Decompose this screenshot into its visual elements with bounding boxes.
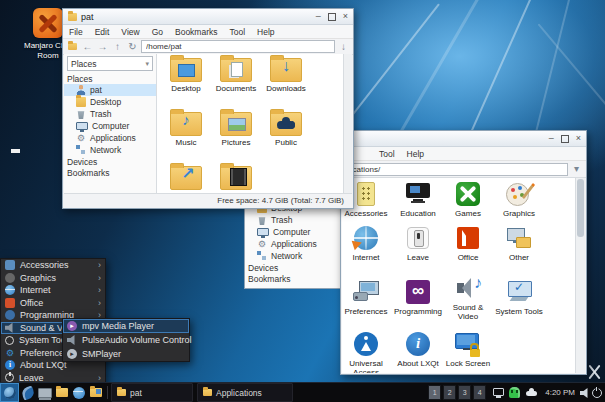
app-icon-programming[interactable]: ∞Programming [392,278,444,317]
window1-scrollbar[interactable] [343,54,352,194]
app-icon-sound-video[interactable]: ♪Sound & Video [442,274,494,322]
tray-network-display-icon[interactable] [492,386,505,399]
maximize-button[interactable] [328,13,336,21]
background-window-sidebar: Desktop Trash Computer ⚙Applications Net… [244,200,347,289]
sidebar-item-desktop[interactable]: Desktop [64,96,156,108]
address-bar[interactable] [344,163,568,176]
sidebar-item-network[interactable]: Network [64,144,156,156]
submenu-arrow-icon: › [98,260,101,270]
file-icon-videos[interactable]: Videos [210,166,262,194]
menu-help[interactable]: Help [251,27,280,37]
sidebar-header-bookmarks[interactable]: Bookmarks [64,167,156,178]
start-menu-icon [4,387,16,399]
window2-scrollbar[interactable] [575,178,585,373]
sidebar-item-applications[interactable]: ⚙Applications [64,132,156,144]
app-icon-other[interactable]: Other [493,224,545,263]
launcher-file-manager-icon[interactable] [53,384,70,401]
minimize-button[interactable]: – [549,134,554,143]
menu-tool[interactable]: Tool [373,149,401,159]
launcher-web-browser-icon[interactable] [70,384,87,401]
app-icon-leave[interactable]: Leave [392,224,444,263]
file-icon-pictures[interactable]: Pictures [210,112,262,148]
app-icon-graphics[interactable]: Graphics [493,180,545,219]
launcher-display-icon[interactable] [36,384,53,401]
menu-tool[interactable]: Tool [224,27,252,37]
sidebar-item-trash[interactable]: Trash [64,108,156,120]
start-button[interactable] [0,383,19,402]
volume-icon[interactable] [580,386,590,399]
sidebar-header-bookmarks[interactable]: Bookmarks [245,273,346,284]
menu-view[interactable]: View [115,27,145,37]
launcher-bird-icon[interactable] [19,384,36,401]
address-bar[interactable] [141,40,335,53]
places-combobox[interactable]: Places ▾ [67,56,153,71]
file-icon-documents[interactable]: Documents [210,58,262,94]
app-icon-system-tools[interactable]: ✓System Tools [493,278,545,317]
close-button[interactable]: × [576,134,581,143]
app-icon-internet[interactable]: Internet [342,224,392,263]
file-icon-music[interactable]: ♪Music [160,112,212,148]
workspace-3[interactable]: 3 [458,385,471,400]
new-folder-button[interactable] [66,42,79,52]
address-dropdown-icon[interactable]: ▾ [570,164,583,174]
submenu-item-mpv[interactable]: ▸mpv Media Player [63,319,189,333]
sidebar-item-applications[interactable]: ⚙Applications [245,238,346,250]
app-icon-games[interactable]: Games [442,180,494,219]
up-button[interactable]: ↑ [111,42,124,52]
sidebar-header-devices[interactable]: Devices [245,262,346,273]
menu-item-graphics[interactable]: Graphics› [1,272,105,285]
tray-ghost-icon[interactable] [508,386,521,399]
workspace-2[interactable]: 2 [443,385,456,400]
app-icon-universal-access[interactable]: Universal Access [342,330,392,373]
taskbar: pat Applications 1 2 3 4 4:20 PM [0,382,605,402]
maximize-button[interactable] [561,135,569,143]
app-icon-lock-screen[interactable]: Lock Screen [442,330,494,369]
power-button[interactable] [590,386,602,399]
forward-button[interactable]: → [96,42,109,52]
address-down-icon[interactable]: ↓ [337,42,350,52]
menu-edit[interactable]: Edit [89,27,116,37]
sidebar-item-computer[interactable]: Computer [245,226,346,238]
task-button-pat[interactable]: pat [111,383,193,402]
combo-dropdown-icon: ▾ [145,60,149,68]
menu-item-accessories[interactable]: Accessories› [1,259,105,272]
menu-file[interactable]: File [63,27,89,37]
app-icon-about-lxqt[interactable]: iAbout LXQt [392,330,444,369]
window2-titlebar[interactable]: – × [341,131,586,147]
app-icon-education[interactable]: Education [392,180,444,219]
back-button[interactable]: ← [81,42,94,52]
menu-go[interactable]: Go [146,27,169,37]
menu-help[interactable]: Help [401,149,430,159]
sidebar-header-devices[interactable]: Devices [64,156,156,167]
sidebar-header-places[interactable]: Places [64,73,156,84]
sidebar-item-network[interactable]: Network [245,250,346,262]
file-icon-public[interactable]: Public [260,112,312,148]
file-icon-shortcut-folder[interactable]: ↗ [160,166,212,193]
menu-item-office[interactable]: Office› [1,297,105,310]
file-icon-desktop[interactable]: Desktop [160,58,212,94]
workspace-1[interactable]: 1 [428,385,441,400]
app-icon-preferences[interactable]: Preferences [342,278,392,317]
close-button[interactable]: × [343,12,348,21]
submenu-item-pulseaudio[interactable]: PulseAudio Volume Control [63,333,189,347]
task-button-applications[interactable]: Applications [197,383,293,402]
window1-titlebar[interactable]: pat – × [63,9,353,25]
sidebar-item-computer[interactable]: Computer [64,120,156,132]
refresh-button[interactable]: ↻ [126,42,139,52]
tray-cloud-icon[interactable] [525,386,538,399]
wallpaper-ornament-x [586,362,604,382]
folder-icon [76,97,86,107]
minimize-button[interactable]: – [316,12,321,21]
taskbar-clock[interactable]: 4:20 PM [545,388,575,397]
sidebar-item-trash[interactable]: Trash [245,214,346,226]
app-icon-office[interactable]: Office [442,224,494,263]
system-tools-icon [5,336,14,345]
scrollbar-thumb[interactable] [577,179,584,237]
file-icon-downloads[interactable]: ↓Downloads [260,58,312,94]
workspace-4[interactable]: 4 [473,385,486,400]
submenu-item-smplayer[interactable]: ▸SMPlayer [63,347,189,361]
folder-icon [203,389,212,396]
launcher-documents-folder-icon[interactable] [87,384,104,401]
menu-item-internet[interactable]: Internet› [1,284,105,297]
menu-bookmarks[interactable]: Bookmarks [169,27,224,37]
